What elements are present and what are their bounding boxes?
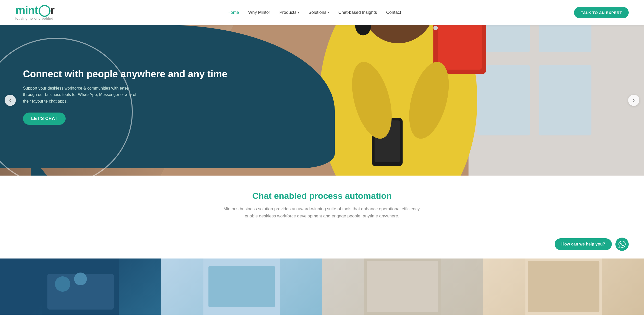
how-can-we-help-button[interactable]: How can we help you? xyxy=(555,238,612,250)
card-thumb-4[interactable] xyxy=(483,259,644,315)
talk-to-expert-button[interactable]: TALK TO AN EXPERT xyxy=(574,7,629,18)
help-widget-row: How can we help you? xyxy=(0,238,644,259)
nav-home[interactable]: Home xyxy=(228,10,239,15)
nav-chat-insights[interactable]: Chat-based Insights xyxy=(338,10,377,15)
lets-chat-button[interactable]: LET'S CHAT xyxy=(23,113,66,125)
products-dropdown-icon: ▾ xyxy=(298,11,299,14)
main-nav: Home Why Mintor Products ▾ Solutions ▾ C… xyxy=(228,10,401,15)
logo-letter: t xyxy=(34,4,38,16)
svg-rect-14 xyxy=(438,25,482,70)
logo-letter: n xyxy=(28,4,34,16)
whatsapp-button[interactable] xyxy=(615,238,629,251)
svg-point-18 xyxy=(433,26,438,30)
chat-automation-description: Mintor's business solution provides an a… xyxy=(217,205,427,220)
hero-title: Connect with people anywhere and any tim… xyxy=(23,68,314,80)
svg-rect-26 xyxy=(367,261,438,312)
card-image-1 xyxy=(0,259,161,315)
svg-rect-4 xyxy=(539,25,591,52)
svg-point-21 xyxy=(55,276,70,292)
nav-solutions[interactable]: Solutions ▾ xyxy=(308,10,329,15)
solutions-dropdown-icon: ▾ xyxy=(328,11,329,14)
logo-tagline: leaving no-one behind xyxy=(15,17,53,20)
chat-automation-section: Chat enabled process automation Mintor's… xyxy=(0,176,644,238)
logo-letter: m xyxy=(15,4,25,16)
hero-circle-decoration xyxy=(0,38,133,176)
svg-rect-6 xyxy=(539,65,591,135)
svg-rect-24 xyxy=(208,266,275,307)
hero-subtitle: Support your deskless workforce & commun… xyxy=(23,85,140,105)
nav-contact[interactable]: Contact xyxy=(386,10,401,15)
hero-prev-button[interactable]: ‹ xyxy=(5,95,16,106)
header: mint◯r leaving no-one behind Home Why Mi… xyxy=(0,0,644,25)
nav-why-mintor[interactable]: Why Mintor xyxy=(248,10,270,15)
svg-rect-28 xyxy=(528,261,599,312)
card-thumb-3[interactable] xyxy=(322,259,483,315)
hero-section: Connect with people anywhere and any tim… xyxy=(0,25,644,176)
nav-products[interactable]: Products ▾ xyxy=(279,10,299,15)
card-image-4 xyxy=(483,259,644,315)
card-thumb-2[interactable] xyxy=(161,259,322,315)
svg-rect-5 xyxy=(477,65,530,135)
cards-row xyxy=(0,259,644,315)
logo-letter: i xyxy=(25,4,28,16)
card-image-3 xyxy=(322,259,483,315)
logo-o: ◯ xyxy=(38,5,50,16)
svg-point-22 xyxy=(74,273,87,285)
chat-automation-title: Chat enabled process automation xyxy=(15,191,629,201)
logo-letter: r xyxy=(50,4,54,16)
card-thumb-1[interactable] xyxy=(0,259,161,315)
hero-next-button[interactable]: › xyxy=(628,95,639,106)
logo-area: mint◯r leaving no-one behind xyxy=(15,5,54,20)
card-image-2 xyxy=(161,259,322,315)
whatsapp-icon xyxy=(618,241,626,248)
logo[interactable]: mint◯r xyxy=(15,5,54,16)
